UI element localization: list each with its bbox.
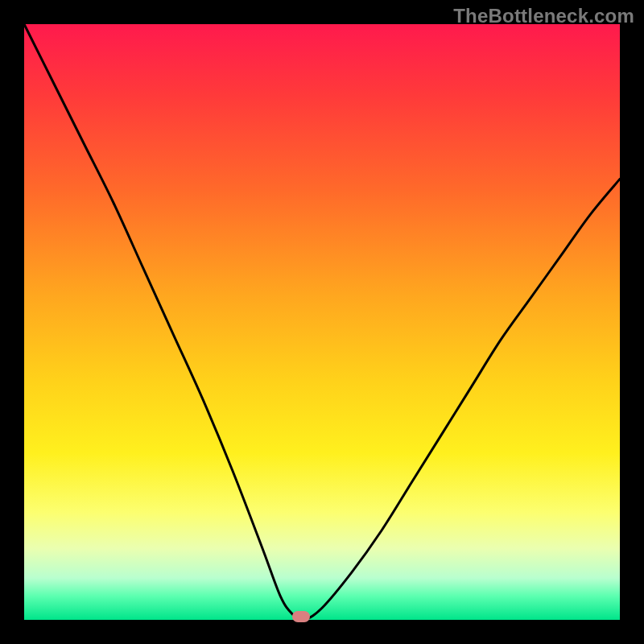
- plot-area: [24, 24, 620, 620]
- curve-svg: [24, 24, 620, 620]
- watermark-text: TheBottleneck.com: [453, 5, 634, 27]
- bottleneck-curve-path: [24, 24, 620, 620]
- chart-frame: TheBottleneck.com: [0, 0, 644, 644]
- optimum-marker: [292, 611, 310, 622]
